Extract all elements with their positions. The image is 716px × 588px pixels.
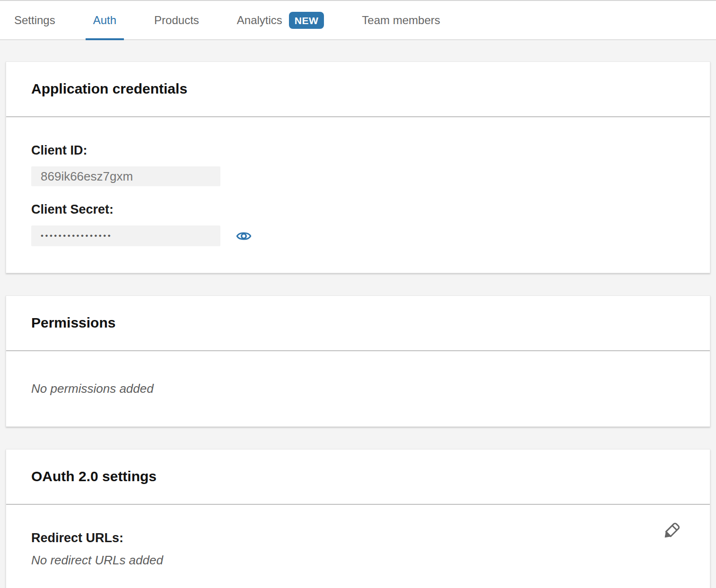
tab-auth[interactable]: Auth	[86, 1, 124, 39]
client-secret-row: ••••••••••••••••	[31, 225, 685, 246]
app-root: Settings Auth Products Analytics NEW Tea…	[0, 0, 716, 588]
eye-icon	[236, 228, 252, 244]
tab-settings[interactable]: Settings	[7, 1, 63, 39]
client-id-value: 869ik66esz7gxm	[41, 169, 133, 184]
redirect-urls-label: Redirect URLs:	[31, 530, 685, 545]
application-credentials-header: Application credentials	[6, 62, 710, 116]
tab-analytics[interactable]: Analytics NEW	[229, 1, 332, 39]
permissions-card: Permissions No permissions added	[6, 295, 710, 427]
tab-products[interactable]: Products	[147, 1, 207, 39]
pencil-icon	[661, 519, 683, 542]
oauth-settings-header: OAuth 2.0 settings	[6, 450, 710, 504]
tab-analytics-label: Analytics	[237, 14, 282, 27]
tab-team-members-label: Team members	[362, 14, 440, 27]
permissions-title: Permissions	[31, 315, 685, 331]
tab-auth-label: Auth	[93, 14, 116, 27]
application-credentials-body: Client ID: 869ik66esz7gxm Client Secret:…	[6, 117, 710, 273]
new-badge: NEW	[289, 12, 324, 29]
oauth-settings-title: OAuth 2.0 settings	[31, 468, 685, 484]
tab-bar: Settings Auth Products Analytics NEW Tea…	[0, 0, 716, 40]
client-secret-masked-value: ••••••••••••••••	[41, 231, 112, 241]
edit-redirect-urls-button[interactable]	[661, 519, 683, 543]
permissions-header: Permissions	[6, 296, 710, 350]
redirect-urls-empty-state: No redirect URLs added	[31, 553, 685, 568]
oauth-settings-card: OAuth 2.0 settings Redirect URLs: No red…	[6, 449, 710, 588]
client-secret-label: Client Secret:	[31, 202, 685, 217]
permissions-body: No permissions added	[6, 351, 710, 426]
client-id-label: Client ID:	[31, 143, 685, 158]
application-credentials-card: Application credentials Client ID: 869ik…	[6, 61, 710, 273]
client-secret-value-field: ••••••••••••••••	[31, 225, 220, 246]
page-content: Application credentials Client ID: 869ik…	[0, 40, 716, 588]
oauth-settings-body: Redirect URLs: No redirect URLs added	[6, 505, 710, 588]
tab-settings-label: Settings	[14, 14, 55, 27]
tab-team-members[interactable]: Team members	[354, 1, 447, 39]
reveal-secret-button[interactable]	[236, 228, 252, 244]
application-credentials-title: Application credentials	[31, 81, 685, 97]
permissions-empty-state: No permissions added	[31, 381, 685, 396]
tab-products-label: Products	[154, 14, 199, 27]
client-id-value-field: 869ik66esz7gxm	[31, 166, 220, 186]
